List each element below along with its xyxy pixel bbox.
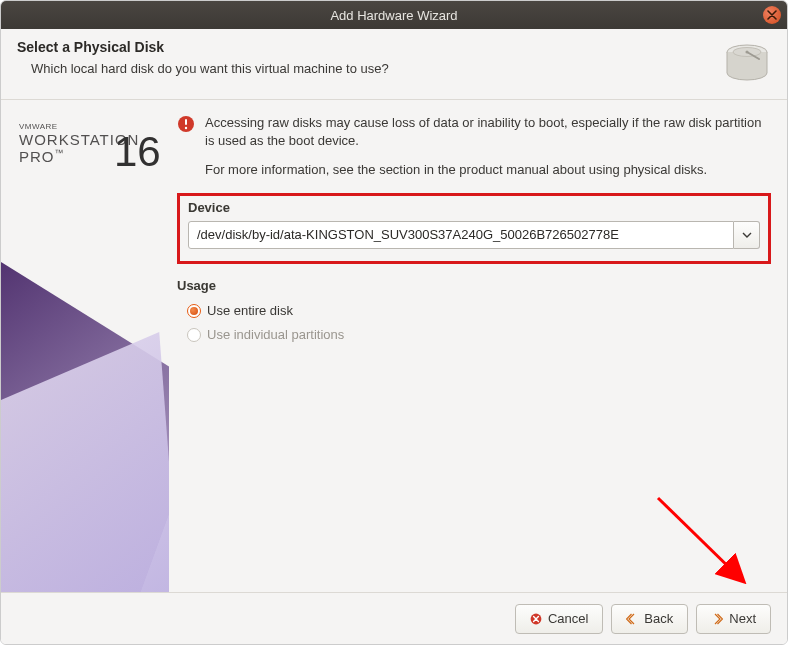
chevron-left-icon <box>626 613 638 625</box>
svg-rect-4 <box>185 119 187 125</box>
radio-icon <box>187 304 201 318</box>
window-title: Add Hardware Wizard <box>1 8 787 23</box>
window-close-button[interactable] <box>763 6 781 24</box>
usage-option-entire-label: Use entire disk <box>207 303 293 318</box>
cancel-button[interactable]: Cancel <box>515 604 603 634</box>
usage-option-partitions-label: Use individual partitions <box>207 327 344 342</box>
brand-sidebar: VMWARE WORKSTATION PRO ™ 16 <box>1 100 169 592</box>
window-titlebar: Add Hardware Wizard <box>1 1 787 29</box>
svg-point-5 <box>185 127 187 129</box>
brand-tm: ™ <box>55 148 65 158</box>
cancel-button-label: Cancel <box>548 611 588 626</box>
usage-section: Usage Use entire disk Use individual par… <box>177 278 771 347</box>
wizard-footer: Cancel Back Next <box>1 592 787 644</box>
page-title: Select a Physical Disk <box>17 39 715 55</box>
wizard-window: Add Hardware Wizard Select a Physical Di… <box>0 0 788 645</box>
next-button[interactable]: Next <box>696 604 771 634</box>
wizard-header-texts: Select a Physical Disk Which local hard … <box>17 39 715 87</box>
chevron-right-icon <box>711 613 723 625</box>
next-button-label: Next <box>729 611 756 626</box>
device-section: Device /dev/disk/by-id/ata-KINGSTON_SUV3… <box>177 193 771 264</box>
usage-radio-group: Use entire disk Use individual partition… <box>177 299 771 347</box>
warning-icon <box>177 115 195 133</box>
warning-row: Accessing raw disks may cause loss of da… <box>177 114 771 179</box>
page-subtitle: Which local hard disk do you want this v… <box>31 61 715 76</box>
device-select[interactable]: /dev/disk/by-id/ata-KINGSTON_SUV300S37A2… <box>188 221 760 249</box>
harddisk-icon <box>723 39 771 87</box>
radio-icon <box>187 328 201 342</box>
wizard-header: Select a Physical Disk Which local hard … <box>1 29 787 100</box>
device-select-dropdown-button[interactable] <box>734 221 760 249</box>
usage-option-entire[interactable]: Use entire disk <box>187 299 771 323</box>
warning-texts: Accessing raw disks may cause loss of da… <box>205 114 771 179</box>
warning-p1: Accessing raw disks may cause loss of da… <box>205 114 771 149</box>
brand-line3: PRO <box>19 148 55 165</box>
chevron-down-icon <box>742 232 752 238</box>
usage-option-partitions[interactable]: Use individual partitions <box>187 323 771 347</box>
device-select-value: /dev/disk/by-id/ata-KINGSTON_SUV300S37A2… <box>188 221 734 249</box>
usage-label: Usage <box>177 278 771 293</box>
device-label: Device <box>188 196 760 215</box>
brand-version: 16 <box>114 128 161 176</box>
back-button[interactable]: Back <box>611 604 688 634</box>
close-icon <box>767 10 777 20</box>
warning-p2: For more information, see the section in… <box>205 161 771 179</box>
wizard-content: Accessing raw disks may cause loss of da… <box>169 100 787 592</box>
back-button-label: Back <box>644 611 673 626</box>
wizard-body: VMWARE WORKSTATION PRO ™ 16 Accessing r <box>1 100 787 592</box>
cancel-icon <box>530 613 542 625</box>
